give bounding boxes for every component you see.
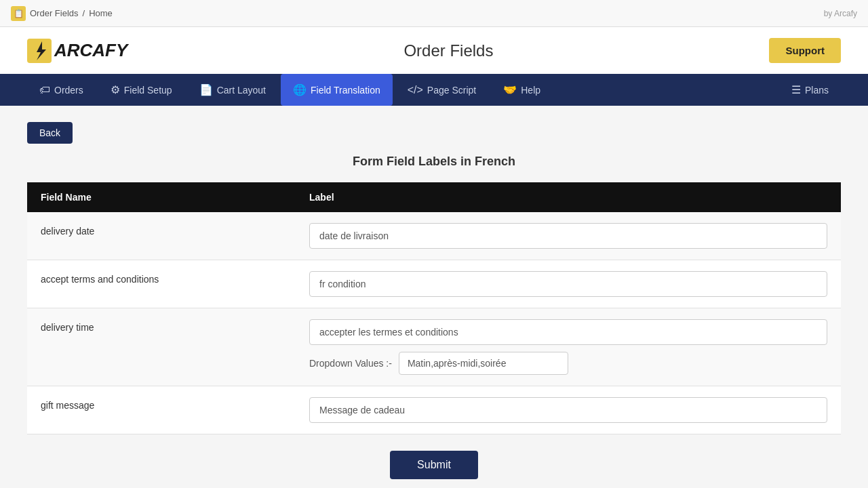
input-accept-terms[interactable]	[309, 271, 827, 297]
breadcrumb: 📋 Order Fields / Home	[11, 6, 113, 21]
field-name-delivery-time: delivery time	[27, 308, 296, 386]
field-name-accept-terms: accept terms and conditions	[27, 260, 296, 308]
breadcrumb-sep: /	[83, 8, 85, 18]
col-header-label: Label	[296, 182, 841, 212]
field-translation-icon: 🌐	[293, 83, 307, 96]
header: ARCAFY Order Fields Support	[0, 27, 868, 74]
main-content: Back Form Field Labels in French Field N…	[0, 106, 868, 488]
dropdown-label: Dropdown Values :-	[309, 358, 392, 369]
logo-icon	[27, 39, 52, 63]
col-header-field-name: Field Name	[27, 182, 296, 212]
input-delivery-time[interactable]	[309, 319, 827, 345]
dropdown-row: Dropdown Values :-	[309, 352, 827, 375]
field-label-cell-accept-terms	[296, 260, 841, 308]
by-label: by Arcafy	[824, 9, 857, 18]
nav-label-field-setup: Field Setup	[124, 85, 172, 96]
nav-label-orders: Orders	[54, 85, 83, 96]
field-name-gift-message: gift message	[27, 386, 296, 434]
nav-item-field-setup[interactable]: ⚙ Field Setup	[98, 74, 184, 106]
plans-icon: ☰	[791, 83, 801, 96]
back-button[interactable]: Back	[27, 122, 73, 144]
nav-label-help: Help	[521, 85, 540, 96]
table-row: delivery date	[27, 212, 841, 260]
nav-label-field-translation: Field Translation	[311, 85, 380, 96]
submit-button[interactable]: Submit	[390, 451, 478, 479]
nav-label-cart-layout: Cart Layout	[217, 85, 266, 96]
table-row: accept terms and conditions	[27, 260, 841, 308]
field-name-delivery-date: delivery date	[27, 212, 296, 260]
orders-icon: 🏷	[39, 84, 50, 96]
table-header-row: Field Name Label	[27, 182, 841, 212]
support-button[interactable]: Support	[769, 38, 841, 63]
logo: ARCAFY	[27, 39, 127, 63]
input-delivery-date[interactable]	[309, 223, 827, 249]
top-bar: 📋 Order Fields / Home by Arcafy	[0, 0, 868, 27]
nav-item-page-script[interactable]: </> Page Script	[395, 75, 489, 106]
breadcrumb-page: Home	[89, 8, 113, 18]
nav-item-orders[interactable]: 🏷 Orders	[27, 75, 96, 106]
field-label-cell-delivery-date	[296, 212, 841, 260]
table-row: delivery time Dropdown Values :-	[27, 308, 841, 386]
help-icon: 🤝	[503, 83, 517, 96]
nav-item-field-translation[interactable]: 🌐 Field Translation	[281, 74, 393, 106]
field-label-cell-delivery-time: Dropdown Values :-	[296, 308, 841, 386]
cart-layout-icon: 📄	[199, 83, 213, 96]
page-script-icon: </>	[408, 84, 423, 96]
nav-bar: 🏷 Orders ⚙ Field Setup 📄 Cart Layout 🌐 F…	[0, 74, 868, 106]
nav-label-page-script: Page Script	[427, 85, 476, 96]
input-gift-message[interactable]	[309, 397, 827, 423]
dropdown-values-input[interactable]	[399, 352, 568, 375]
breadcrumb-app: Order Fields	[30, 8, 79, 18]
logo-text: ARCAFY	[54, 40, 127, 61]
nav-item-help[interactable]: 🤝 Help	[491, 74, 553, 106]
nav-item-cart-layout[interactable]: 📄 Cart Layout	[187, 74, 278, 106]
header-title: Order Fields	[403, 41, 493, 60]
table-row: gift message	[27, 386, 841, 434]
nav-item-plans[interactable]: ☰ Plans	[779, 74, 841, 106]
field-setup-icon: ⚙	[111, 83, 120, 96]
page-title: Form Field Labels in French	[27, 155, 841, 169]
submit-area: Submit	[27, 434, 841, 488]
nav-label-plans: Plans	[805, 85, 829, 96]
app-icon: 📋	[11, 6, 26, 21]
field-label-cell-gift-message	[296, 386, 841, 434]
field-table: Field Name Label delivery date accept te…	[27, 182, 841, 434]
